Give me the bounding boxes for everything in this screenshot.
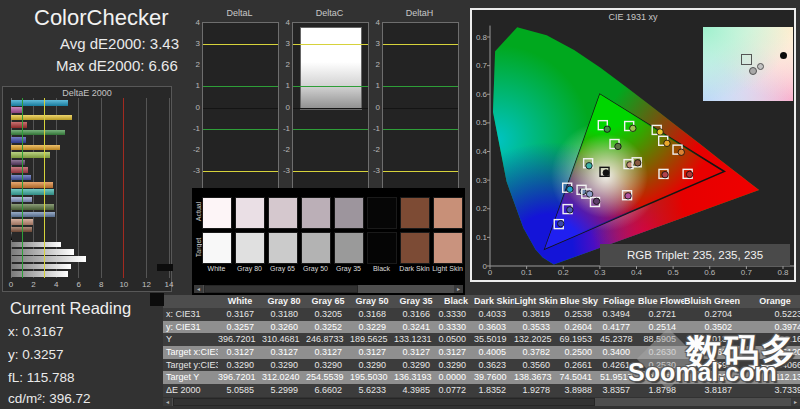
table-cell: 0.3127 bbox=[350, 346, 394, 359]
scroll-left-icon[interactable]: ◂ bbox=[194, 285, 203, 293]
delta-lch-charts: DeltaL43210-1-2-3-4DeltaC43210-1-2-3-4De… bbox=[0, 0, 465, 200]
table-cell: 0.3623 bbox=[474, 359, 514, 372]
row-label: y: CIE31 bbox=[163, 321, 218, 334]
table-cell: 138.3673 bbox=[514, 371, 558, 384]
corner-box bbox=[157, 264, 173, 271]
cie-y-tick-label: 0.5 bbox=[472, 118, 487, 127]
table-cell: 0.3241 bbox=[394, 321, 438, 334]
swatch-label-gray-50: Gray 50 bbox=[299, 265, 332, 272]
swatch-label-gray-65: Gray 65 bbox=[266, 265, 299, 272]
rgb-triplet-readout: RGB Triplet: 235, 235, 235 bbox=[600, 244, 790, 266]
table-cell: 0.3167 bbox=[218, 308, 262, 321]
actual-marker-blue bbox=[557, 220, 563, 226]
table-cell: 136.3193 bbox=[394, 371, 438, 384]
table-cell: 39.7600 bbox=[474, 371, 514, 384]
table-cell: 0.3560 bbox=[514, 359, 558, 372]
cie-x-tick-label: 0.2 bbox=[555, 268, 571, 277]
table-cell: 396.7201 bbox=[218, 371, 262, 384]
actual-swatch-gray-50 bbox=[301, 197, 331, 229]
cie-y-tick-label: 0.4 bbox=[472, 147, 487, 156]
y-tick-label: -2 bbox=[278, 145, 290, 154]
table-cell: 0.2704 bbox=[684, 308, 740, 321]
y-tick-label: 1 bbox=[278, 81, 290, 90]
reference-line-1 bbox=[293, 86, 368, 87]
y-tick-label: 3 bbox=[278, 39, 290, 48]
reference-line--3 bbox=[383, 171, 458, 172]
column-header: Gray 35 bbox=[394, 295, 438, 308]
table-cell: 0.3229 bbox=[350, 321, 394, 334]
swatch-label-white: White bbox=[200, 265, 233, 272]
x-tick-label: 6 bbox=[71, 280, 87, 289]
y-tick-label: -1 bbox=[368, 124, 380, 133]
reading-cdm2: cd/m²: 396.72 bbox=[8, 391, 91, 406]
row-label: Y bbox=[163, 333, 218, 346]
deltac-gray-bars bbox=[300, 27, 362, 110]
table-cell: 246.8733 bbox=[306, 333, 350, 346]
swatch-label-gray-80: Gray 80 bbox=[233, 265, 266, 272]
reference-line-3 bbox=[293, 44, 368, 45]
actual-marker-purple bbox=[593, 198, 599, 204]
current-reading-title: Current Reading bbox=[10, 299, 131, 318]
target-swatch-light-skin bbox=[433, 232, 463, 264]
actual-marker-moderate-red bbox=[662, 171, 668, 177]
target-row-label: Target bbox=[195, 233, 202, 263]
column-header: Foliage bbox=[600, 295, 638, 308]
table-cell: 0.0000 bbox=[438, 371, 474, 384]
deltae-bar-gray-50 bbox=[11, 249, 74, 255]
y-tick-label: 1 bbox=[368, 81, 380, 90]
chart-deltal bbox=[202, 22, 279, 194]
y-tick-label: 2 bbox=[278, 60, 290, 69]
table-cell: 0.3290 bbox=[350, 359, 394, 372]
y-tick-label: -3 bbox=[188, 166, 200, 175]
y-tick-label: 4 bbox=[278, 18, 290, 27]
target-swatch-white bbox=[202, 232, 232, 264]
scroll-right-icon[interactable]: ▸ bbox=[454, 285, 463, 293]
chart-title-deltal: DeltaL bbox=[202, 8, 277, 18]
table-cell: 0.3257 bbox=[218, 321, 262, 334]
watermark-text-en: Soomal.com bbox=[628, 358, 777, 387]
y-tick-label: 0 bbox=[278, 103, 290, 112]
column-header: Gray 80 bbox=[262, 295, 306, 308]
table-cell: 0.3290 bbox=[438, 359, 474, 372]
column-header: Gray 65 bbox=[306, 295, 350, 308]
y-tick-label: 0 bbox=[188, 103, 200, 112]
target-swatch-dark-skin bbox=[400, 232, 430, 264]
column-header bbox=[163, 295, 218, 308]
table-cell: 0.2721 bbox=[638, 308, 684, 321]
scroll-right-icon[interactable]: ▸ bbox=[791, 398, 800, 406]
x-tick-label: 14 bbox=[161, 280, 177, 289]
cie-y-tick-label: 0.8 bbox=[472, 33, 487, 42]
swatch-scrollbar[interactable]: ◂ ▸ bbox=[194, 285, 463, 293]
actual-marker-purplish-blue bbox=[567, 207, 573, 213]
swatch-scrollbar-thumb[interactable] bbox=[204, 285, 358, 293]
row-label: Target Y bbox=[163, 371, 218, 384]
target-swatch-gray-35 bbox=[334, 232, 364, 264]
table-cell: 0.3290 bbox=[394, 359, 438, 372]
table-cell: 396.7201 bbox=[218, 333, 262, 346]
table-row-x-cie31: x: CIE310.31670.31800.32050.31680.31660.… bbox=[163, 308, 800, 321]
reference-line-3 bbox=[203, 44, 278, 45]
y-tick-label: -1 bbox=[278, 124, 290, 133]
table-cell: 0.3819 bbox=[514, 308, 558, 321]
table-scrollbar-thumb[interactable] bbox=[173, 398, 595, 406]
inset-actual-dot bbox=[749, 67, 757, 75]
inset-actual-dot bbox=[757, 63, 764, 70]
table-cell: 0.3168 bbox=[350, 308, 394, 321]
swatch-columns: WhiteGray 80Gray 65Gray 50Gray 35BlackDa… bbox=[202, 197, 465, 282]
y-tick-label: 4 bbox=[188, 18, 200, 27]
actual-marker-white bbox=[603, 170, 609, 176]
column-header: Black bbox=[438, 295, 474, 308]
deltae-bar-gray-80 bbox=[11, 264, 71, 270]
reference-line--1 bbox=[383, 129, 458, 130]
cie-y-tick-label: 0.1 bbox=[472, 233, 487, 242]
y-tick-label: 0 bbox=[368, 103, 380, 112]
target-swatch-gray-65 bbox=[268, 232, 298, 264]
inset-target-square bbox=[741, 54, 752, 65]
scroll-left-icon[interactable]: ◂ bbox=[163, 398, 172, 406]
table-cell: 4.3985 bbox=[394, 384, 438, 397]
table-scrollbar[interactable]: ◂ ▸ bbox=[163, 398, 800, 406]
table-cell: 0.3290 bbox=[262, 359, 306, 372]
y-tick-label: 2 bbox=[368, 60, 380, 69]
cie-y-tick-label: 0.6 bbox=[472, 90, 487, 99]
table-cell: 3.8988 bbox=[558, 384, 600, 397]
